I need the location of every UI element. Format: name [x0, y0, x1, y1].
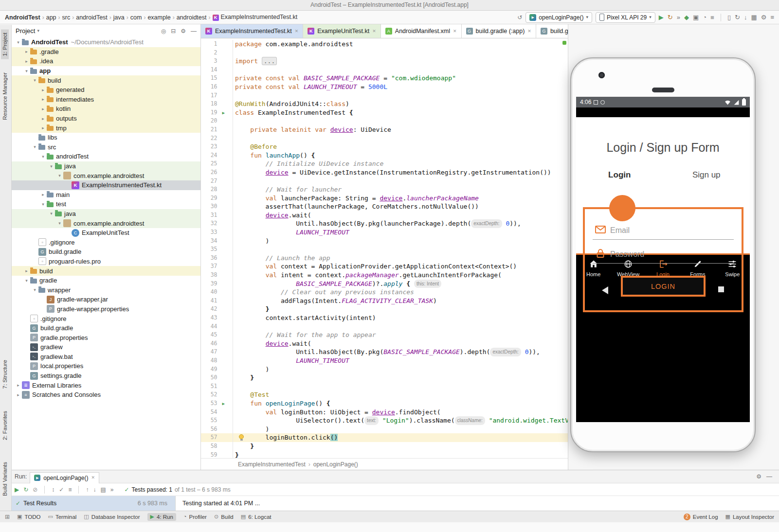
- test-console[interactable]: Testing started at 4:01 PM ...: [176, 500, 779, 507]
- run-test-icon[interactable]: ▶: [222, 400, 224, 408]
- tree-item[interactable]: ▾java: [12, 209, 200, 219]
- chevron-down-icon[interactable]: ▾: [39, 202, 47, 207]
- chevron-down-icon[interactable]: ▾: [31, 144, 38, 149]
- chevron-right-icon[interactable]: ▸: [39, 88, 47, 92]
- tool-windows-icon[interactable]: ⊞: [5, 514, 10, 520]
- tree-item[interactable]: KExampleInstrumentedTest.kt: [12, 180, 200, 190]
- stripe-favorites[interactable]: 2: Favorites: [1, 408, 9, 443]
- toolbar-overflow-icon[interactable]: »: [110, 487, 114, 493]
- tree-item[interactable]: ≡proguard-rules.pro: [12, 257, 200, 266]
- tree-item[interactable]: ≡.gitignore: [12, 237, 200, 247]
- tree-item[interactable]: ▸≣External Libraries: [12, 380, 200, 390]
- chevron-down-icon[interactable]: ▾: [37, 29, 39, 33]
- breadcrumb-item[interactable]: java: [113, 14, 125, 21]
- hide-panel-icon[interactable]: —: [191, 28, 197, 34]
- chevron-right-icon[interactable]: ▸: [39, 106, 47, 111]
- tree-item[interactable]: ≡.gitignore: [12, 314, 200, 323]
- tree-item[interactable]: ▸generated: [12, 85, 200, 95]
- test-history-icon[interactable]: ▤: [100, 487, 106, 493]
- tree-item[interactable]: ▾androidTest: [12, 152, 200, 161]
- chevron-right-icon[interactable]: ▸: [23, 49, 30, 54]
- editor-tab[interactable]: KExampleInstrumentedTest.kt✕: [201, 24, 303, 38]
- collapse-all-icon[interactable]: ⊟: [171, 28, 176, 34]
- tree-item[interactable]: ▸kotlin: [12, 104, 200, 114]
- tree-item[interactable]: Gbuild.gradle: [12, 323, 200, 333]
- project-panel-title[interactable]: Project: [16, 27, 35, 35]
- chevron-right-icon[interactable]: ▸: [15, 383, 22, 388]
- tree-item[interactable]: ▾com.example.androidtest: [12, 171, 200, 180]
- stripe-resource-manager[interactable]: Resource Manager: [1, 70, 9, 123]
- tree-item[interactable]: ▸build: [12, 266, 200, 276]
- sync-project-icon[interactable]: ↻: [735, 14, 740, 20]
- chevron-right-icon[interactable]: ▸: [23, 268, 30, 273]
- tree-item[interactable]: Gbuild.gradle: [12, 247, 200, 257]
- run-configuration-select[interactable]: ▶ openLoginPage() ▾: [525, 12, 592, 23]
- tree-item[interactable]: libs: [12, 133, 200, 142]
- breadcrumb-item[interactable]: openLoginPage(): [313, 461, 358, 468]
- stop-run-icon[interactable]: ⊘: [33, 487, 37, 493]
- test-options-icon[interactable]: ≡: [68, 487, 72, 493]
- tree-item[interactable]: ▾src: [12, 142, 200, 152]
- tree-item[interactable]: ▸tmp: [12, 123, 200, 133]
- undo-icon[interactable]: ↺: [517, 15, 522, 20]
- email-field[interactable]: Email: [593, 216, 734, 240]
- tree-item[interactable]: ▸≡Scratches and Consoles: [12, 390, 200, 400]
- breadcrumb-item[interactable]: androidTest: [76, 14, 108, 21]
- layout-inspector-button[interactable]: ▦ Layout Inspector: [725, 514, 774, 520]
- close-icon[interactable]: ✕: [453, 29, 457, 34]
- settings-icon[interactable]: ⚙: [761, 14, 767, 20]
- statusbar-build[interactable]: ⊙Build: [214, 513, 234, 521]
- stripe-build-variants[interactable]: Build Variants: [1, 459, 9, 499]
- notifications-icon[interactable]: ≡: [770, 14, 774, 20]
- statusbar-terminal[interactable]: ▭Terminal: [48, 513, 76, 521]
- chevron-down-icon[interactable]: ▾: [31, 78, 38, 83]
- tree-item[interactable]: >_gradlew: [12, 342, 200, 352]
- editor-tab[interactable]: AAndroidManifest.xml✕: [381, 24, 462, 38]
- debug-icon[interactable]: ◆: [684, 14, 689, 20]
- chevron-down-icon[interactable]: ▾: [31, 287, 38, 292]
- statusbar-6-logcat[interactable]: ▤6: Logcat: [241, 513, 272, 521]
- tree-item[interactable]: >_gradlew.bat: [12, 352, 200, 362]
- stripe-project[interactable]: 1: Project: [1, 30, 9, 59]
- tree-item[interactable]: ▾gradle: [12, 276, 200, 285]
- tree-item[interactable]: ▾java: [12, 161, 200, 171]
- rerun-tests-icon[interactable]: ▶: [15, 487, 19, 493]
- statusbar-profiler[interactable]: ◔Profiler: [183, 513, 207, 521]
- login-button[interactable]: LOGIN: [621, 276, 706, 297]
- chevron-right-icon[interactable]: ▸: [39, 125, 47, 130]
- stop-icon[interactable]: ■: [710, 14, 714, 20]
- chevron-right-icon[interactable]: ▸: [15, 392, 22, 397]
- device-select[interactable]: Pixel XL API 29 ▾: [596, 12, 655, 23]
- code-editor[interactable]: 1package com.example.androidtest23import…: [201, 38, 568, 458]
- statusbar-todo[interactable]: ▣TODO: [17, 513, 40, 521]
- locate-file-icon[interactable]: ◎: [161, 28, 166, 34]
- signup-tab[interactable]: Sign up: [663, 170, 750, 180]
- sdk-manager-icon[interactable]: ↓: [744, 14, 747, 20]
- tree-item[interactable]: CExampleUnitTest: [12, 228, 200, 238]
- chevron-down-icon[interactable]: ▾: [15, 40, 22, 45]
- profiler-icon[interactable]: ◔: [703, 14, 707, 20]
- tree-item[interactable]: ▸.gradle: [12, 47, 200, 57]
- run-settings-icon[interactable]: ⚙: [756, 474, 761, 479]
- tree-item[interactable]: ▾AndroidTest~/Documents/AndroidTest: [12, 37, 200, 47]
- login-tab[interactable]: Login: [576, 170, 663, 180]
- breadcrumb-item[interactable]: src: [62, 14, 71, 21]
- statusbar-database-inspector[interactable]: ◫Database Inspector: [84, 513, 140, 521]
- chevron-down-icon[interactable]: ▾: [39, 154, 47, 159]
- run-test-icon[interactable]: ▶: [222, 109, 224, 118]
- tree-item[interactable]: Gsettings.gradle: [12, 371, 200, 381]
- tree-item[interactable]: ▾test: [12, 199, 200, 209]
- tree-item[interactable]: Jgradle-wrapper.jar: [12, 295, 200, 304]
- tree-item[interactable]: ▾build: [12, 75, 200, 85]
- chevron-down-icon[interactable]: ▾: [56, 221, 63, 226]
- previous-test-icon[interactable]: ↑: [86, 487, 89, 493]
- close-icon[interactable]: ✕: [372, 29, 376, 34]
- breadcrumb-item[interactable]: ExampleInstrumentedTest: [238, 461, 306, 468]
- tree-item[interactable]: Plocal.properties: [12, 361, 200, 371]
- tree-item[interactable]: Pgradle-wrapper.properties: [12, 304, 200, 314]
- breadcrumb-item[interactable]: app: [46, 14, 56, 21]
- apply-code-changes-icon[interactable]: »: [677, 14, 680, 20]
- chevron-down-icon[interactable]: ▾: [23, 69, 30, 73]
- close-icon[interactable]: ✕: [91, 476, 95, 480]
- rerun-failed-icon[interactable]: ↻: [23, 487, 28, 493]
